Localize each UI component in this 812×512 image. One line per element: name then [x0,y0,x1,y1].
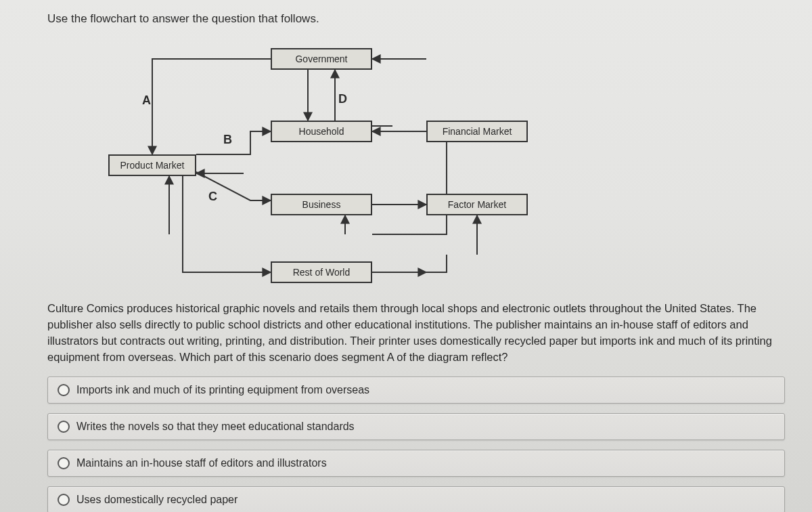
node-rest-of-world: Rest of World [271,261,372,283]
node-household: Household [271,121,372,142]
quiz-page: Use the flowchart to answer the question… [0,0,812,512]
answer-options: Imports ink and much of its printing equ… [47,377,785,512]
node-product-market: Product Market [108,154,196,176]
node-financial-market: Financial Market [426,121,528,142]
answer-option[interactable]: Imports ink and much of its printing equ… [47,377,785,404]
answer-option[interactable]: Maintains an in-house staff of editors a… [47,450,785,477]
node-business: Business [271,194,372,215]
node-government: Government [271,48,372,70]
answer-option-label: Imports ink and much of its printing equ… [76,384,369,396]
answer-option[interactable]: Writes the novels so that they meet educ… [47,413,785,440]
radio-icon [58,421,70,433]
segment-label-a: A [142,93,151,108]
answer-option[interactable]: Uses domestically recycled paper [47,486,785,512]
radio-icon [58,384,70,396]
flowchart: Government Household Product Market Fina… [68,31,555,289]
segment-label-c: C [208,190,217,204]
instruction-text: Use the flowchart to answer the question… [47,12,785,26]
question-text: Culture Comics produces historical graph… [47,301,785,366]
radio-icon [58,494,70,506]
segment-label-d: D [338,92,347,106]
node-factor-market: Factor Market [426,194,528,215]
segment-label-b: B [223,133,232,147]
answer-option-label: Uses domestically recycled paper [76,494,238,506]
answer-option-label: Writes the novels so that they meet educ… [76,421,355,433]
radio-icon [58,457,70,469]
answer-option-label: Maintains an in-house staff of editors a… [76,457,327,469]
